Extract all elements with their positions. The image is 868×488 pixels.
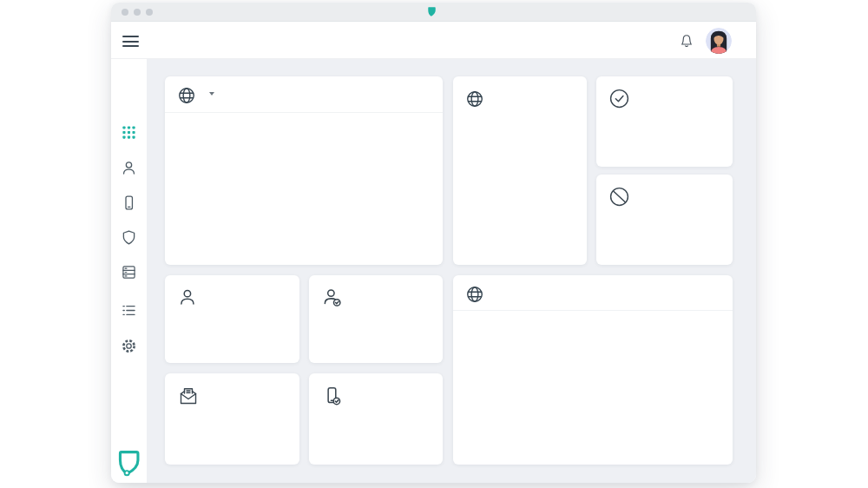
events-area-chart <box>453 313 733 461</box>
globe-icon <box>177 86 196 105</box>
globe-icon <box>465 285 484 304</box>
app-topbar <box>111 22 756 59</box>
devices-donut-chart <box>453 108 587 247</box>
envelope-expired-icon <box>177 385 200 407</box>
mobile-device-icon <box>120 194 138 212</box>
devices-card <box>453 76 587 265</box>
sidebar-item-settings[interactable] <box>111 331 147 360</box>
blacklist-card <box>596 175 733 265</box>
window-controls <box>122 9 153 16</box>
sidebar-item-apps-grid[interactable] <box>111 117 147 147</box>
events-checked-card <box>453 275 733 465</box>
sidebar-item-security[interactable] <box>111 222 147 252</box>
fyde-logo-icon <box>116 449 141 478</box>
divider <box>453 310 733 311</box>
security-range-select[interactable] <box>205 88 214 98</box>
sidebar-item-servers[interactable] <box>111 257 147 287</box>
address-display <box>427 6 441 17</box>
invitations-expired-card <box>165 373 299 465</box>
fyde-shield-icon <box>427 6 437 17</box>
list-icon <box>120 301 138 320</box>
avatar-image <box>706 28 732 54</box>
window-zoom-button[interactable] <box>146 9 153 16</box>
security-checks-card <box>165 76 443 265</box>
window-close-button[interactable] <box>122 9 128 16</box>
shield-icon <box>120 228 138 247</box>
sidebar-item-logs[interactable] <box>111 295 147 325</box>
user-avatar[interactable] <box>706 28 732 54</box>
security-line-chart <box>165 127 443 259</box>
chevron-down-icon <box>209 92 214 96</box>
total-users-card <box>165 275 299 363</box>
fyde-logo[interactable] <box>116 449 141 478</box>
user-icon <box>177 287 200 309</box>
user-check-icon <box>321 287 344 309</box>
devices-reporting-card <box>309 373 443 465</box>
users-enrolled-card <box>309 275 443 363</box>
notifications-bell-icon[interactable] <box>678 31 695 50</box>
whitelist-card <box>596 76 733 167</box>
browser-window <box>111 3 756 483</box>
window-minimize-button[interactable] <box>134 9 141 16</box>
user-icon <box>120 159 138 177</box>
device-check-icon <box>321 385 344 407</box>
apps-grid-icon <box>121 124 137 141</box>
gear-icon <box>120 337 138 355</box>
menu-icon[interactable] <box>122 36 139 50</box>
slash-circle-icon <box>608 186 630 208</box>
sidebar <box>111 59 147 483</box>
page <box>0 0 868 488</box>
window-titlebar <box>111 3 756 22</box>
check-circle-icon <box>608 88 630 109</box>
app-body <box>111 59 756 483</box>
globe-icon <box>465 89 484 109</box>
server-rack-icon <box>120 263 138 281</box>
sidebar-item-devices[interactable] <box>111 188 147 217</box>
sidebar-item-users[interactable] <box>111 153 147 182</box>
divider <box>165 112 443 113</box>
